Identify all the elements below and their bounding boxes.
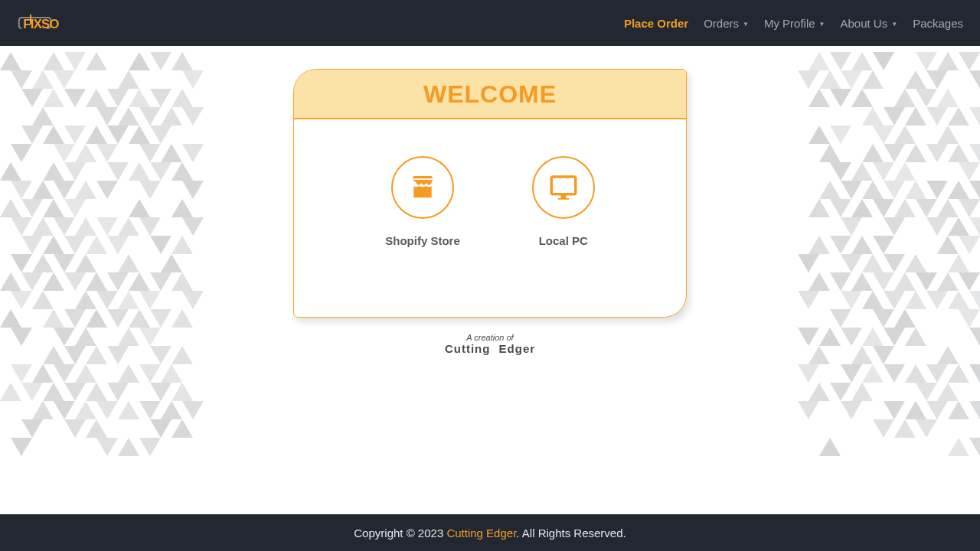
navbar: FIXSO Place Order Orders▼ My Profile▼ Ab… (0, 0, 980, 46)
option-label: Local PC (539, 234, 588, 247)
nav-about-us[interactable]: About Us▼ (841, 17, 898, 30)
chevron-down-icon: ▼ (891, 21, 897, 28)
card-header: WELCOME (294, 70, 686, 119)
chevron-down-icon: ▼ (743, 21, 749, 28)
footer: Copyright © 2023 Cutting Edger. All Righ… (0, 514, 980, 551)
chevron-down-icon: ▼ (819, 21, 825, 28)
creation-top: A creation of (445, 333, 535, 342)
option-local-pc[interactable]: Local PC (532, 156, 595, 247)
monitor-icon (532, 156, 595, 219)
main-content: WELCOME Shopify Store Local PC (0, 46, 980, 514)
welcome-card: WELCOME Shopify Store Local PC (293, 69, 687, 318)
shop-icon (391, 156, 454, 219)
card-title: WELCOME (294, 80, 686, 109)
nav-packages[interactable]: Packages (913, 17, 963, 30)
nav-my-profile[interactable]: My Profile▼ (764, 17, 825, 30)
nav-orders[interactable]: Orders▼ (704, 17, 749, 30)
footer-brand-link[interactable]: Cutting Edger (446, 527, 516, 540)
logo[interactable]: FIXSO (17, 10, 86, 36)
option-shopify-store[interactable]: Shopify Store (385, 156, 460, 247)
nav-place-order[interactable]: Place Order (624, 17, 688, 30)
creation-credit: A creation of Cutting Edger (445, 333, 535, 355)
nav-items: Place Order Orders▼ My Profile▼ About Us… (624, 17, 963, 30)
footer-text: Copyright © 2023 Cutting Edger. All Righ… (354, 527, 626, 540)
creation-bottom: Cutting Edger (445, 342, 535, 355)
option-label: Shopify Store (385, 234, 460, 247)
card-body: Shopify Store Local PC (294, 119, 686, 317)
svg-text:FIXSO: FIXSO (23, 17, 59, 31)
